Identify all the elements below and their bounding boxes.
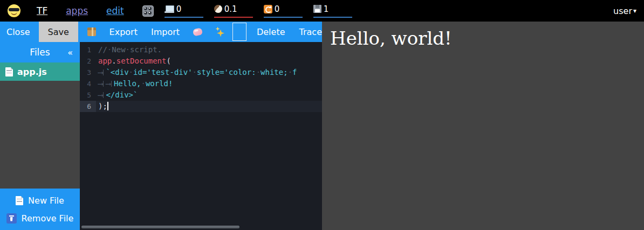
code-line[interactable]: 6); (80, 101, 322, 112)
line-number: 2 (80, 55, 96, 67)
code-text: //·New·script. (96, 44, 322, 55)
cpu-meter[interactable]: 0 (165, 4, 203, 18)
user-menu-label: user (613, 6, 632, 16)
close-button[interactable]: Close (6, 27, 30, 37)
import-button[interactable]: Import (151, 27, 180, 37)
code-line[interactable]: 1//·New·script. (80, 44, 322, 55)
editor-panel: Close Save Export Import Delete Trace Fi… (0, 22, 322, 230)
new-file-label: New File (28, 196, 64, 206)
user-menu[interactable]: user ▾ (613, 6, 636, 16)
code-text: ⟶</div>` (96, 89, 322, 101)
tf-home-link[interactable]: TF (37, 5, 47, 16)
files-header: Files « (0, 42, 80, 62)
save-button[interactable]: Save (39, 22, 78, 42)
new-file-icon (16, 196, 23, 205)
top-bar: TF apps edit 0 0.1 0 1 user ▾ (0, 0, 644, 22)
chevron-down-icon: ▾ (633, 7, 636, 15)
new-file-button[interactable]: New File (16, 196, 64, 206)
code-line[interactable]: 5⟶</div>` (80, 89, 322, 101)
code-text: ); (96, 101, 322, 112)
file-list-empty-area (0, 81, 80, 189)
code-text: app.setDocument( (96, 55, 322, 67)
remove-file-label: Remove File (22, 213, 74, 224)
preview-pane: Hello, world! (322, 22, 644, 230)
code-editor[interactable]: 1//·New·script.2app.setDocument(3⟶`<div·… (80, 42, 322, 230)
memory-meter-value: 0.1 (224, 4, 237, 14)
files-header-title: Files (30, 47, 50, 58)
line-number: 3 (80, 67, 96, 78)
document-icon (5, 67, 13, 76)
package-icon[interactable] (87, 27, 96, 36)
line-number: 1 (80, 44, 96, 55)
horizontal-scrollbar-thumb[interactable] (81, 226, 239, 228)
files-sidebar: Files « app.js New File Remove File (0, 42, 80, 230)
code-line[interactable]: 4⟶⟶Hello,·world! (80, 78, 322, 89)
trash-bin-icon (6, 213, 17, 224)
line-number: 5 (80, 89, 96, 101)
sidebar-footer: New File Remove File (0, 189, 80, 230)
apps-link[interactable]: apps (66, 5, 88, 16)
edit-link[interactable]: edit (106, 5, 124, 16)
sync-meter-value: 0 (275, 4, 280, 14)
export-button[interactable]: Export (109, 27, 138, 37)
save-meter-value: 1 (324, 4, 329, 14)
soap-icon[interactable] (193, 27, 203, 36)
cpu-meter-value: 0 (176, 4, 182, 14)
code-lines: 1//·New·script.2app.setDocument(3⟶`<div·… (80, 44, 322, 112)
remove-file-button[interactable]: Remove File (6, 213, 74, 224)
line-number: 4 (80, 78, 96, 89)
floppy-disk-icon (313, 5, 321, 13)
memory-meter[interactable]: 0.1 (214, 4, 253, 18)
empty-button[interactable] (232, 23, 246, 41)
trace-button[interactable]: Trace (299, 27, 322, 37)
code-line[interactable]: 3⟶`<div·id='test-div'·style='color:·whit… (80, 67, 322, 78)
workspace: Files « app.js New File Remove File 1/ (0, 42, 322, 230)
line-number: 6 (80, 101, 96, 112)
file-item-label: app.js (17, 67, 47, 77)
sunglasses-face-icon (8, 4, 20, 17)
refresh-icon (264, 5, 272, 13)
text-cursor (107, 102, 108, 110)
hamster-icon (214, 5, 222, 13)
preview-hello-text: Hello, world! (330, 27, 644, 49)
code-text: ⟶`<div·id='test-div'·style='color:·white… (96, 67, 322, 78)
sync-meter[interactable]: 0 (264, 4, 303, 18)
control-knobs-icon[interactable] (142, 5, 154, 17)
code-text: ⟶⟶Hello,·world! (96, 78, 322, 89)
editor-toolbar: Close Save Export Import Delete Trace (0, 22, 322, 42)
code-line[interactable]: 2app.setDocument( (80, 55, 322, 67)
sparkles-icon[interactable] (216, 27, 225, 37)
delete-button[interactable]: Delete (257, 27, 285, 37)
file-item-appjs[interactable]: app.js (0, 62, 80, 81)
save-meter[interactable]: 1 (313, 4, 352, 18)
collapse-sidebar-button[interactable]: « (67, 47, 73, 58)
laptop-icon (165, 5, 174, 13)
